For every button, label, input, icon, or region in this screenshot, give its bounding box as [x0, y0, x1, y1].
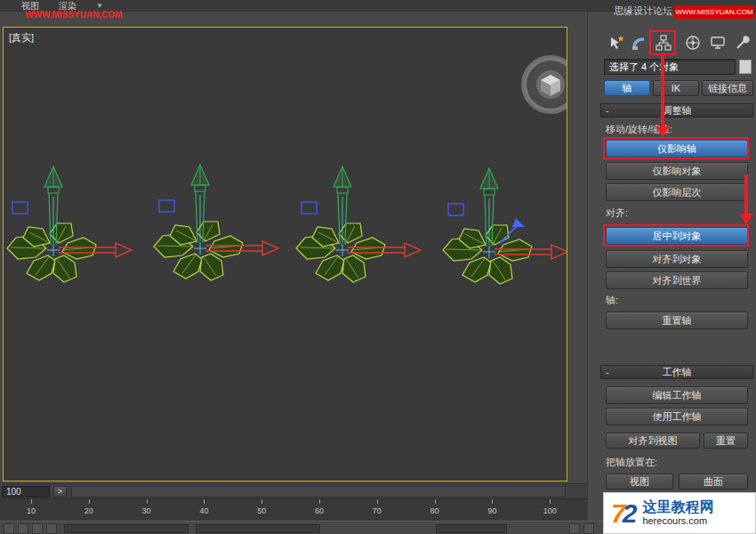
timeline-ruler[interactable]: 102030405060708090100	[0, 498, 587, 521]
reset-pivot-button[interactable]: 重置轴	[606, 312, 748, 329]
status-toggle-icon-4[interactable]	[46, 523, 57, 534]
plant-object[interactable]	[149, 157, 307, 286]
status-toggle-icon-3[interactable]	[32, 523, 43, 534]
watermark-top-left: WWW.MISSYUAN.COM	[25, 10, 122, 20]
watermark-badge: WWW.MISSYUAN.COM	[674, 5, 754, 19]
tab-utilities[interactable]	[732, 32, 753, 53]
align-to-object-button[interactable]: 对齐到对象	[606, 250, 748, 268]
trackbar-expand-button[interactable]: >	[53, 486, 67, 498]
adjust-pivot-rollout-header[interactable]: - 调整轴	[600, 103, 753, 117]
selection-status-field[interactable]: 选择了 4 个对象	[604, 59, 736, 75]
modify-icon	[631, 34, 648, 52]
watermark-site-name: 思缘设计论坛	[614, 4, 672, 18]
collapse-icon: -	[606, 104, 609, 117]
selection-field-end-box[interactable]	[739, 60, 752, 74]
command-panel: 选择了 4 个对象 轴 IK 链接信息 - 调整轴 移动/旋转/缩放: 仅影响轴…	[587, 12, 756, 534]
timeline-tick-mark	[377, 499, 378, 504]
timeline-tick-mark	[550, 499, 551, 504]
place-pivot-view-button[interactable]: 视图	[606, 473, 673, 490]
ik-mode-button[interactable]: IK	[653, 80, 699, 96]
trackbar[interactable]	[71, 486, 566, 498]
plant-object[interactable]	[291, 158, 449, 287]
viewcube[interactable]	[515, 53, 567, 120]
working-pivot-rollout-title: 工作轴	[663, 366, 692, 379]
logo-site-name: 这里教程网	[642, 499, 713, 515]
logo-domain: herecours.com	[642, 515, 713, 527]
timeline-tick-label: 40	[199, 506, 208, 515]
tab-modify[interactable]	[629, 32, 650, 53]
plant-object[interactable]	[438, 160, 567, 289]
timeline-tick-mark	[147, 499, 148, 504]
timeline-tick-mark	[261, 499, 262, 504]
pivot-label: 轴:	[606, 294, 618, 307]
logo-mark-icon: 72	[611, 498, 633, 529]
timeline-tick-mark	[319, 499, 320, 504]
annotation-box-affect-pivot	[603, 137, 749, 159]
annotation-arrow-line-2	[744, 174, 748, 214]
status-toggle-icon-1[interactable]	[4, 523, 14, 534]
create-icon	[607, 34, 625, 52]
timeline-tick-mark	[204, 499, 205, 504]
viewport-canvas[interactable]: [真实]	[4, 28, 567, 481]
timeline-tick-label: 90	[487, 506, 496, 515]
timeline-tick-mark	[89, 499, 90, 504]
reset-button[interactable]: 重置	[704, 433, 748, 449]
timeline-tick-label: 50	[257, 506, 266, 515]
plant-object[interactable]	[4, 158, 160, 287]
coordinate-field[interactable]	[436, 524, 507, 533]
timeline-tick-label: 20	[84, 506, 93, 515]
viewport-shading-label[interactable]: [真实]	[9, 31, 34, 44]
alignment-label: 对齐:	[606, 206, 628, 220]
site-logo: 72 这里教程网 herecours.com	[603, 492, 756, 534]
affect-hierarchy-only-button[interactable]: 仅影响层次	[606, 183, 748, 201]
timeline-tick-mark	[492, 499, 493, 504]
timeline-tick-label: 60	[315, 506, 324, 515]
viewport-frame: [真实]	[3, 27, 567, 481]
status-toggle-icon-6[interactable]	[583, 523, 594, 534]
place-pivot-surface-button[interactable]: 曲面	[679, 473, 748, 490]
timeline-tick-mark	[31, 499, 32, 504]
timeline-tick-label: 10	[27, 506, 36, 515]
edit-working-pivot-button[interactable]: 编辑工作轴	[606, 386, 748, 404]
tab-create[interactable]	[606, 32, 627, 53]
frame-number-field[interactable]: 100	[2, 486, 50, 498]
affect-object-only-button[interactable]: 仅影响对象	[606, 162, 748, 180]
annotation-box-hierarchy-tab	[649, 30, 676, 55]
timeline-tick-label: 70	[373, 506, 382, 515]
timeline-tick-label: 30	[142, 506, 151, 515]
use-working-pivot-button[interactable]: 使用工作轴	[606, 408, 748, 425]
collapse-icon: -	[606, 366, 609, 378]
link-info-mode-button[interactable]: 链接信息	[702, 80, 753, 96]
annotation-arrow-head-2	[739, 214, 753, 224]
tab-display[interactable]	[707, 32, 728, 53]
utilities-icon	[734, 34, 752, 52]
status-toggle-icon-5[interactable]	[569, 523, 580, 534]
status-prompt-field	[196, 524, 320, 533]
adjust-pivot-rollout-title: 调整轴	[663, 104, 692, 117]
timeline-tick-label: 80	[430, 506, 439, 515]
annotation-arrow-line-1	[661, 53, 664, 126]
maxscript-listener-field[interactable]	[64, 524, 189, 533]
tab-motion[interactable]	[682, 32, 704, 53]
trackbar-row: 100 >	[0, 483, 587, 498]
working-pivot-rollout-header[interactable]: - 工作轴	[600, 365, 753, 379]
application-window: 视图 渲染 ▼ WWW.MISSYUAN.COM 思缘设计论坛 WWW.MISS…	[0, 0, 756, 534]
timeline-tick-label: 100	[543, 506, 557, 515]
motion-icon	[684, 34, 702, 52]
annotation-arrow-head-1	[655, 126, 670, 137]
pivot-mode-button[interactable]: 轴	[604, 80, 650, 96]
status-toggle-icon-2[interactable]	[18, 523, 28, 534]
align-to-view-button[interactable]: 对齐到视图	[606, 433, 700, 449]
place-pivot-label: 把轴放置在:	[606, 456, 657, 469]
display-icon	[709, 34, 727, 52]
align-to-world-button[interactable]: 对齐到世界	[606, 271, 748, 289]
timeline-tick-mark	[435, 499, 436, 504]
annotation-box-center-to-object	[603, 224, 749, 247]
